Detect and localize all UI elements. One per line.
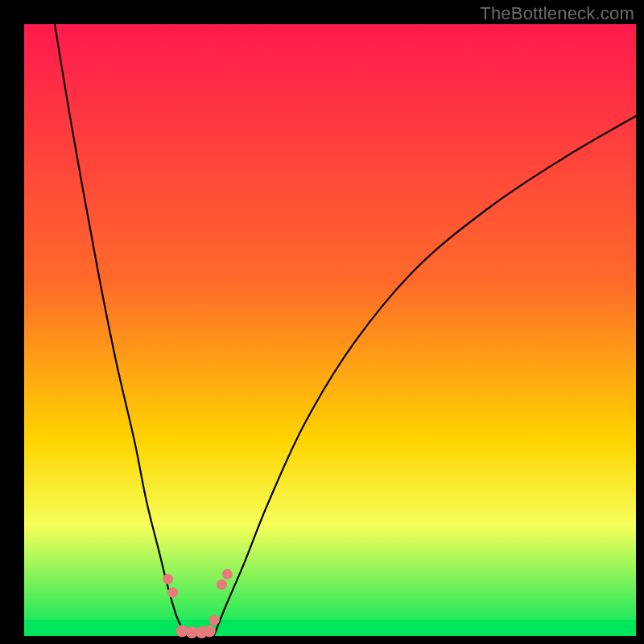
highlight-dot (167, 588, 178, 598)
highlight-dot (222, 569, 233, 580)
plot-area (24, 24, 636, 636)
highlight-dot (204, 625, 216, 637)
watermark-text: TheBottleneck.com (480, 3, 634, 24)
chart-stage: TheBottleneck.com (0, 0, 644, 644)
bottleneck-plot (0, 0, 644, 644)
baseline-band (24, 620, 636, 636)
highlight-dot (163, 574, 173, 584)
highlight-dot (209, 615, 220, 625)
highlight-dot (217, 580, 227, 590)
